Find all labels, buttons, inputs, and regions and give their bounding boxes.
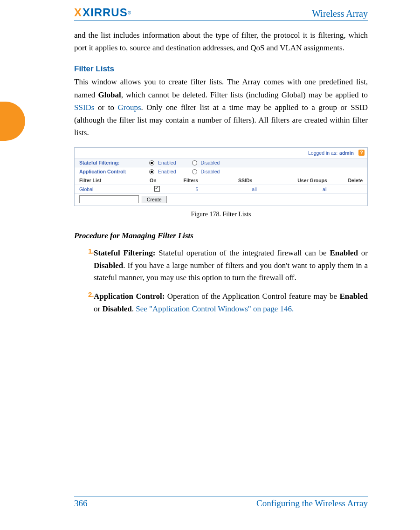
page-number: 366 <box>74 498 88 509</box>
section-heading: Filter Lists <box>74 64 368 74</box>
body-global: Global <box>98 90 121 99</box>
item-text: Stateful operation of the integrated fir… <box>155 248 330 257</box>
radio-label-enabled: Enabled <box>158 169 176 174</box>
item-text: Operation of the Application Control fea… <box>165 292 339 301</box>
item-body: Stateful Filtering: Stateful operation o… <box>94 247 368 284</box>
item-lead: Application Control: <box>94 292 165 301</box>
item-text: or <box>358 248 368 257</box>
logged-in-label: Logged in as: <box>308 150 337 156</box>
col-ssids: SSIDs <box>214 178 277 183</box>
col-on: On <box>138 178 168 183</box>
link-groups[interactable]: Groups <box>117 103 141 112</box>
page-title: Wireless Array <box>312 8 368 19</box>
stateful-filtering-row: Stateful Filtering: Enabled Disabled <box>75 158 367 167</box>
cell-name[interactable]: Global <box>77 186 142 192</box>
procedure-list: 1. Stateful Filtering: Stateful operatio… <box>74 247 368 315</box>
body-text: , which cannot be deleted. Filter lists … <box>121 90 368 99</box>
cell-usergroups[interactable]: all <box>288 186 363 192</box>
link-ssids[interactable]: SSIDs <box>74 103 94 112</box>
radio-label-disabled: Disabled <box>201 160 220 165</box>
item-text: . <box>132 304 136 313</box>
item-b1: Enabled <box>340 292 368 301</box>
stateful-disabled-radio[interactable] <box>192 160 197 165</box>
help-icon[interactable]: ? <box>358 150 365 156</box>
body-paragraph: This window allows you to create filter … <box>74 76 368 139</box>
col-filters: Filters <box>168 178 214 183</box>
table-header: Filter List On Filters SSIDs User Groups… <box>75 176 367 185</box>
page-footer: 366 Configuring the Wireless Array <box>74 498 368 509</box>
brand-logo: XXIRRUS® <box>74 6 131 19</box>
stateful-label: Stateful Filtering: <box>79 160 140 165</box>
item-b2: Disabled <box>94 261 123 270</box>
col-filterlist: Filter List <box>77 178 138 183</box>
create-button[interactable]: Create <box>142 196 167 203</box>
stateful-enabled-radio[interactable] <box>149 160 154 165</box>
appcontrol-disabled-radio[interactable] <box>192 169 197 174</box>
cell-filters[interactable]: 5 <box>172 186 221 192</box>
brand-text: XIRRUS <box>83 6 128 19</box>
figure-screenshot: Logged in as: admin ? Stateful Filtering… <box>74 147 368 206</box>
item-number: 1. <box>74 247 94 284</box>
header-rule <box>74 21 368 21</box>
login-bar: Logged in as: admin ? <box>75 148 367 158</box>
on-checkbox[interactable] <box>154 186 160 192</box>
item-b2: Disabled <box>102 304 131 313</box>
intro-paragraph: and the list includes information about … <box>74 29 368 54</box>
procedure-heading: Procedure for Managing Filter Lists <box>74 231 368 241</box>
item-b1: Enabled <box>330 248 358 257</box>
cell-on <box>142 186 172 193</box>
appcontrol-row: Application Control: Enabled Disabled <box>75 167 367 176</box>
footer-rule <box>74 496 368 496</box>
figure-caption: Figure 178. Filter Lists <box>74 211 368 218</box>
chapter-title: Configuring the Wireless Array <box>256 498 368 509</box>
new-filterlist-input[interactable] <box>79 195 139 203</box>
col-delete: Delete <box>348 178 365 183</box>
col-usergroups: User Groups <box>277 178 348 183</box>
list-item: 1. Stateful Filtering: Stateful operatio… <box>74 247 368 284</box>
appcontrol-label: Application Control: <box>79 169 140 174</box>
body-text: or to <box>94 103 117 112</box>
item-text: or <box>94 304 102 313</box>
create-row: Create <box>75 193 367 206</box>
table-row: Global 5 all all <box>75 185 367 193</box>
list-item: 2. Application Control: Operation of the… <box>74 290 368 315</box>
item-link[interactable]: See "Application Control Windows" on pag… <box>136 304 294 313</box>
item-number: 2. <box>74 290 94 315</box>
side-thumb-tab <box>0 102 25 141</box>
cell-ssids[interactable]: all <box>221 186 287 192</box>
radio-label-disabled: Disabled <box>201 169 220 174</box>
brand-reg: ® <box>128 10 131 15</box>
logged-in-user: admin <box>339 150 354 156</box>
appcontrol-enabled-radio[interactable] <box>149 169 154 174</box>
logo-accent: X <box>74 6 82 19</box>
item-body: Application Control: Operation of the Ap… <box>94 290 368 315</box>
radio-label-enabled: Enabled <box>158 160 176 165</box>
item-lead: Stateful Filtering: <box>94 248 155 257</box>
item-text: . If you have a large number of filters … <box>94 261 368 282</box>
